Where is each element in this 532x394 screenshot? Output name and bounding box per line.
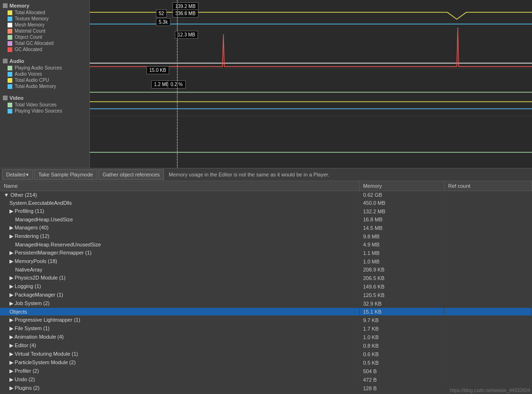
toolbar-row: Detailed ▾ Take Sample Playmode Gather o… — [0, 168, 532, 181]
legend-section-video-title: Video — [0, 94, 89, 102]
table-container[interactable]: Name Memory Ref count ▼ Other (214)0.62 … — [0, 181, 532, 394]
legend-item-total-audio-cpu[interactable]: Total Audio CPU — [0, 77, 89, 83]
table-row[interactable]: ▶ Virtual Texturing Module (1)0.6 KB — [0, 350, 532, 359]
detailed-label: Detailed — [6, 172, 25, 177]
table-header-row: Name Memory Ref count — [0, 181, 532, 191]
legend-section-memory: Memory Total Allocated Texture Memory Me… — [0, 2, 89, 53]
table-row[interactable]: ▶ Rendering (12)9.8 MB — [0, 232, 532, 241]
legend-item-total-video[interactable]: Total Video Sources — [0, 102, 89, 108]
total-audio-cpu-label: Total Audio CPU — [15, 78, 49, 83]
total-video-color — [8, 103, 12, 107]
table-row[interactable]: ▶ Logging (1)149.6 KB — [0, 282, 532, 291]
watermark: https://blog.csdn.net/weixin_44532604 — [450, 388, 530, 393]
table-row[interactable]: ▶ Job System (2)32.9 KB — [0, 299, 532, 308]
legend-item-total-gc-allocated[interactable]: Total GC Allocated — [0, 40, 89, 46]
table-row[interactable]: ▶ PackageManager (1)120.5 KB — [0, 291, 532, 299]
table-row[interactable]: ManagedHeap.UsedSize16.8 MB — [0, 216, 532, 224]
cursor-line — [177, 0, 178, 168]
legend-item-total-audio-memory[interactable]: Total Audio Memory — [0, 83, 89, 89]
audio-voices-label: Audio Voices — [15, 71, 42, 77]
table-row[interactable]: ▶ Physics2D Module (1)206.5 KB — [0, 274, 532, 282]
playing-audio-color — [8, 66, 12, 70]
object-count-label: Object Count — [15, 35, 42, 40]
legend-item-playing-video[interactable]: Playing Video Sources — [0, 108, 89, 114]
object-count-color — [8, 35, 12, 40]
detailed-dropdown[interactable]: Detailed ▾ — [2, 169, 33, 180]
table-row[interactable]: ▶ Profiler (2)504 B — [0, 367, 532, 376]
gather-refs-button[interactable]: Gather object references — [98, 169, 164, 180]
table-body: ▼ Other (214)0.62 GB System.ExecutableAn… — [0, 191, 532, 394]
legend-section-audio: Audio Playing Audio Sources Audio Voices… — [0, 57, 89, 89]
mesh-memory-color — [8, 23, 12, 27]
total-allocated-color — [8, 10, 12, 15]
main-chart[interactable] — [90, 0, 532, 168]
material-count-color — [8, 29, 12, 34]
table-row[interactable]: ▶ Editor (4)0.8 KB — [0, 341, 532, 350]
gc-allocated-color — [8, 47, 12, 52]
legend-item-playing-audio[interactable]: Playing Audio Sources — [0, 65, 89, 71]
legend-section-audio-title: Audio — [0, 57, 89, 65]
top-panel: Memory Total Allocated Texture Memory Me… — [0, 0, 532, 168]
legend-item-total-allocated[interactable]: Total Allocated — [0, 9, 89, 16]
detailed-dropdown-arrow: ▾ — [26, 172, 29, 178]
take-sample-button[interactable]: Take Sample Playmode — [34, 169, 97, 180]
table-row[interactable]: ▶ ParticleSystem Module (2)0.5 KB — [0, 359, 532, 367]
table-row[interactable]: ▶ PersistentManager.Remapper (1)1.1 MB — [0, 249, 532, 257]
playing-audio-label: Playing Audio Sources — [15, 65, 62, 70]
table-row[interactable]: ▶ Undo (2)472 B — [0, 376, 532, 384]
playing-video-label: Playing Video Sources — [15, 108, 62, 114]
toolbar-info-text: Memory usage in the Editor is not the sa… — [165, 172, 530, 177]
video-section-label: Video — [9, 95, 24, 101]
table-row[interactable]: ▶ MemoryPools (18)1.0 MB — [0, 257, 532, 266]
mesh-memory-label: Mesh Memory — [15, 22, 44, 27]
bottom-section: Name Memory Ref count ▼ Other (214)0.62 … — [0, 181, 532, 394]
material-count-label: Material Count — [15, 28, 45, 34]
legend-item-object-count[interactable]: Object Count — [0, 34, 89, 40]
playing-video-color — [8, 109, 12, 114]
col-memory-header[interactable]: Memory — [359, 181, 444, 191]
audio-section-label: Audio — [9, 58, 24, 64]
legend-item-mesh-memory[interactable]: Mesh Memory — [0, 22, 89, 28]
legend-item-audio-voices[interactable]: Audio Voices — [0, 71, 89, 77]
col-refcount-header[interactable]: Ref count — [444, 181, 532, 191]
memory-section-icon — [3, 3, 8, 8]
total-gc-allocated-label: Total GC Allocated — [15, 41, 53, 46]
table-row[interactable]: ▶ File System (1)1.7 KB — [0, 324, 532, 333]
table-row[interactable]: Objects15.1 KB — [0, 308, 532, 316]
legend-item-material-count[interactable]: Material Count — [0, 28, 89, 34]
gather-refs-label: Gather object references — [103, 172, 160, 177]
total-video-label: Total Video Sources — [15, 102, 57, 107]
total-audio-memory-color — [8, 84, 12, 89]
chart-area[interactable]: 139.2 MB 336.6 MB 52 5.3k 12.3 MB 15.0 K… — [90, 0, 532, 168]
legend-section-memory-title: Memory — [0, 2, 89, 9]
audio-section-icon — [3, 59, 8, 63]
memory-table: Name Memory Ref count ▼ Other (214)0.62 … — [0, 181, 532, 394]
legend-panel: Memory Total Allocated Texture Memory Me… — [0, 0, 90, 168]
total-gc-allocated-color — [8, 41, 12, 46]
table-row[interactable]: ▶ Profiling (11)132.2 MB — [0, 207, 532, 216]
table-row[interactable]: System.ExecutableAndDlls450.0 MB — [0, 199, 532, 207]
col-name-header[interactable]: Name — [0, 181, 359, 191]
gc-allocated-label: GC Allocated — [15, 47, 42, 52]
info-text-label: Memory usage in the Editor is not the sa… — [169, 172, 329, 177]
table-row[interactable]: ManagedHeap.ReservedUnusedSize4.9 MB — [0, 241, 532, 249]
memory-section-label: Memory — [9, 3, 29, 9]
take-sample-label: Take Sample Playmode — [38, 172, 93, 177]
video-section-icon — [3, 96, 8, 100]
legend-item-gc-allocated[interactable]: GC Allocated — [0, 46, 89, 53]
legend-item-texture-memory[interactable]: Texture Memory — [0, 16, 89, 22]
table-row[interactable]: NativeArray208.9 KB — [0, 266, 532, 274]
total-audio-memory-label: Total Audio Memory — [15, 84, 56, 89]
table-row[interactable]: ▶ Progressive Lightmapper (1)9.7 KB — [0, 316, 532, 324]
audio-voices-color — [8, 72, 12, 77]
total-allocated-label: Total Allocated — [15, 10, 45, 15]
texture-memory-label: Texture Memory — [15, 16, 49, 21]
texture-memory-color — [8, 17, 12, 21]
table-row[interactable]: ▼ Other (214)0.62 GB — [0, 191, 532, 199]
total-audio-cpu-color — [8, 78, 12, 83]
table-row[interactable]: ▶ Animation Module (4)1.0 KB — [0, 333, 532, 341]
legend-section-video: Video Total Video Sources Playing Video … — [0, 94, 89, 114]
table-row[interactable]: ▶ Managers (40)14.5 MB — [0, 224, 532, 232]
